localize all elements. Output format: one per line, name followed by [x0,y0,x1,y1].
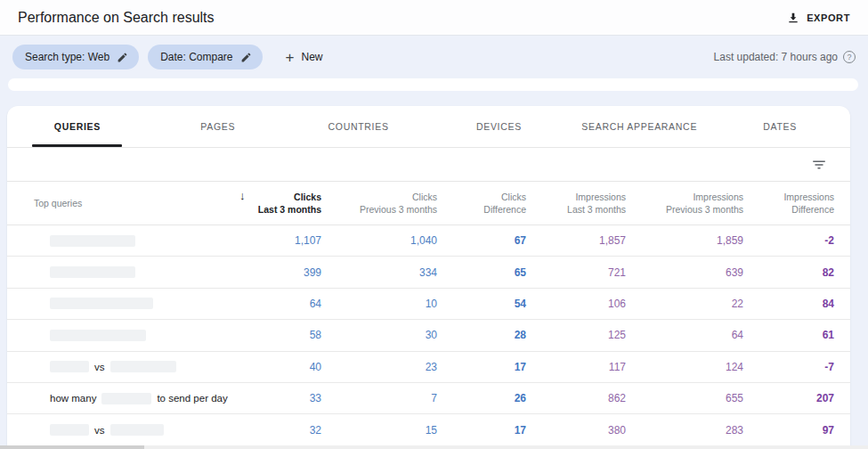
new-filter-label: New [301,51,322,63]
value-impressions-previous-3-months: 655 [626,392,743,404]
column-metric-label: Impressions [743,191,834,203]
tab-pages[interactable]: PAGES [148,106,288,147]
value-impressions-difference: 84 [743,298,834,310]
value-clicks-previous-3-months: 7 [321,392,437,404]
date-compare-chip[interactable]: Date: Compare [148,45,262,69]
query-cell[interactable] [7,298,241,309]
value-impressions-last-3-months: 380 [526,424,626,437]
value-clicks-difference: 65 [437,266,526,279]
value-clicks-difference: 17 [437,424,526,437]
value-clicks-previous-3-months: 23 [321,361,437,373]
tab-queries[interactable]: QUERIES [7,106,148,147]
column-metric-label: Impressions [526,191,626,203]
query-text: vs [94,425,105,436]
help-icon[interactable]: ? [843,51,856,63]
last-updated: Last updated: 7 hours ago ? [714,51,856,63]
column-period-label: Previous 3 months [626,203,743,216]
table-row: 5830281256461 [7,320,850,351]
value-impressions-last-3-months: 125 [526,329,626,341]
query-text: to send per day [157,393,227,404]
value-clicks-previous-3-months: 334 [321,266,437,279]
redacted-query-text [50,361,89,372]
value-clicks-previous-3-months: 15 [321,424,437,437]
tab-countries[interactable]: COUNTRIES [288,106,429,147]
export-button[interactable]: EXPORT [781,7,856,29]
redacted-query-text [50,298,153,309]
column-header-impressions-difference[interactable]: ImpressionsDifference [743,191,834,216]
value-clicks-last-3-months: 64 [241,298,321,310]
query-text: vs [94,362,105,372]
redacted-query-text [110,424,164,436]
horizontal-scrollbar[interactable] [0,445,868,449]
column-header-clicks-last-3-months[interactable]: ↓ClicksLast 3 months [241,191,321,216]
filter-list-icon[interactable] [811,157,827,173]
value-impressions-difference: -7 [743,361,834,373]
value-impressions-difference: 82 [743,266,834,279]
value-impressions-difference: 61 [743,329,834,341]
value-impressions-difference: 97 [743,424,834,437]
column-header-clicks-difference[interactable]: ClicksDifference [437,191,526,216]
value-impressions-last-3-months: 721 [526,266,626,279]
dimension-tabs: QUERIESPAGESCOUNTRIESDEVICESSEARCH APPEA… [7,106,850,148]
value-clicks-last-3-months: 58 [241,329,321,341]
query-cell[interactable] [7,266,241,278]
column-header-impressions-last-3-months[interactable]: ImpressionsLast 3 months [526,191,626,216]
value-impressions-previous-3-months: 64 [626,329,743,341]
value-impressions-previous-3-months: 1,859 [626,234,743,247]
scrollbar-thumb[interactable] [0,445,144,449]
chart-card-cropped [8,78,858,91]
query-cell[interactable] [7,330,241,341]
value-clicks-difference: 17 [437,361,526,373]
column-metric-label: Clicks [241,191,321,203]
query-cell[interactable]: vs [7,361,241,372]
query-cell[interactable]: vs [7,424,241,436]
query-text: how many [50,393,96,404]
value-impressions-last-3-months: 862 [526,392,626,404]
table-row: how manyto send per day33726862655207 [7,383,850,414]
query-cell[interactable]: how manyto send per day [7,393,241,404]
value-impressions-previous-3-months: 124 [626,361,743,373]
table-row: vs402317117124-7 [7,352,850,383]
column-metric-label: Impressions [626,191,743,203]
tab-dates[interactable]: DATES [710,106,850,147]
search-console-performance-page: Performance on Search results EXPORT Sea… [0,0,868,449]
column-header-clicks-previous-3-months[interactable]: ClicksPrevious 3 months [321,191,437,216]
query-cell[interactable] [7,235,241,247]
value-clicks-previous-3-months: 30 [321,329,437,341]
value-clicks-previous-3-months: 1,040 [321,234,437,247]
value-impressions-previous-3-months: 639 [626,266,743,279]
page-title: Performance on Search results [18,10,215,26]
column-period-label: Last 3 months [526,203,626,216]
value-impressions-previous-3-months: 22 [626,298,743,310]
performance-table-card: QUERIESPAGESCOUNTRIESDEVICESSEARCH APPEA… [7,106,850,449]
filter-bar: Search type: Web Date: Compare + New Las… [0,37,868,78]
value-impressions-last-3-months: 117 [526,361,626,373]
tab-devices[interactable]: DEVICES [428,106,569,147]
table-header-row: Top queries ↓ClicksLast 3 monthsClicksPr… [7,182,850,225]
column-period-label: Difference [743,203,834,216]
plus-icon: + [286,50,295,65]
table-tools-row [7,148,850,182]
value-clicks-difference: 28 [437,329,526,341]
value-clicks-last-3-months: 399 [241,266,321,279]
value-clicks-difference: 26 [437,392,526,404]
new-filter-button[interactable]: + New [279,46,330,69]
top-app-bar: Performance on Search results EXPORT [0,0,868,36]
column-metric-label: Clicks [321,191,437,203]
download-icon [786,11,800,25]
value-impressions-previous-3-months: 283 [626,424,743,437]
top-queries-header[interactable]: Top queries [7,198,241,208]
value-clicks-previous-3-months: 10 [321,298,437,310]
table-row: 6410541062284 [7,289,850,320]
redacted-query-text [50,266,135,278]
column-period-label: Previous 3 months [321,203,437,216]
tab-search-appearance[interactable]: SEARCH APPEARANCE [569,106,710,147]
value-clicks-difference: 54 [437,298,526,310]
redacted-query-text [50,424,89,436]
redacted-query-text [101,393,151,404]
search-type-chip[interactable]: Search type: Web [12,45,139,69]
edit-pencil-icon [117,52,128,63]
search-type-chip-label: Search type: Web [25,51,110,63]
column-header-impressions-previous-3-months[interactable]: ImpressionsPrevious 3 months [626,191,743,216]
last-updated-text: Last updated: 7 hours ago [714,51,838,63]
